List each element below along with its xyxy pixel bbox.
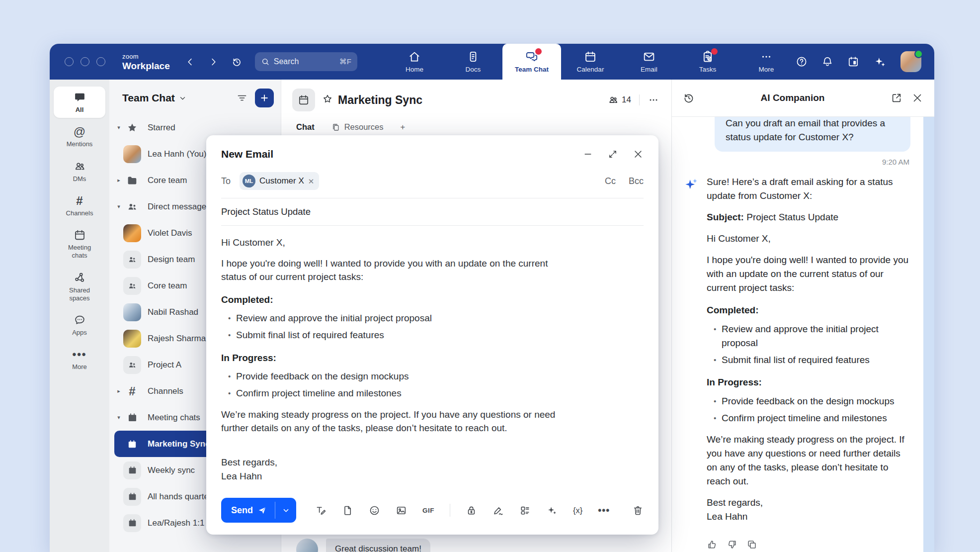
window-zoom-button[interactable] (96, 57, 105, 66)
rail-item-all[interactable]: All (54, 87, 105, 118)
primary-nav-tabs: Home Docs Team Chat Calendar Email (385, 44, 796, 80)
discard-draft-button[interactable] (632, 505, 644, 516)
list-item: Confirm project timeline and milestones (228, 386, 559, 400)
tab-resources[interactable]: Resources (331, 122, 384, 132)
tab-home[interactable]: Home (385, 44, 444, 80)
ai-conversation: Can you draft an email that provides a s… (672, 117, 934, 552)
signature-button[interactable] (492, 505, 504, 516)
text-format-button[interactable] (315, 505, 327, 516)
members-count[interactable]: 14 (608, 94, 631, 105)
window-close-button[interactable] (65, 57, 74, 66)
scrollbar-track[interactable] (923, 117, 934, 552)
rail-item-dms[interactable]: DMs (54, 156, 105, 187)
avatar (123, 303, 141, 321)
template-button[interactable] (519, 505, 531, 516)
group-label: Channels (148, 386, 183, 396)
rail-item-channels[interactable]: # Channels (54, 190, 105, 221)
notifications-bell-icon[interactable] (821, 56, 833, 68)
cc-button[interactable]: Cc (605, 176, 616, 186)
email-body-editor[interactable]: Hi Customer X, I hope you're doing well!… (206, 226, 574, 483)
tab-calendar[interactable]: Calendar (561, 44, 620, 80)
new-chat-button[interactable] (255, 89, 274, 107)
logo-line1: zoom (122, 53, 170, 60)
rail-item-more[interactable]: ••• More (54, 344, 105, 375)
rail-item-meeting-chats[interactable]: Meeting chats (54, 224, 105, 264)
history-icon[interactable] (683, 92, 695, 104)
send-plane-icon (257, 506, 267, 515)
subject-field[interactable]: Project Status Update (206, 198, 658, 225)
email-footer-toolbar: Send GIF (206, 498, 658, 535)
chat-more-icon[interactable] (648, 94, 659, 106)
schedule-icon[interactable] (847, 56, 859, 68)
send-button[interactable]: Send (221, 498, 275, 523)
apps-icon (74, 314, 86, 326)
history-icon[interactable] (232, 57, 242, 67)
tab-tasks[interactable]: Tasks (678, 44, 737, 80)
rail-label-dms: DMs (73, 175, 86, 183)
encrypt-button[interactable] (466, 505, 477, 516)
list-item: Review and approve the initial project p… (714, 322, 909, 350)
attach-file-button[interactable] (342, 505, 353, 516)
expand-icon[interactable] (608, 149, 618, 159)
recipient-chip[interactable]: ML Customer X ✕ (240, 172, 319, 190)
help-icon[interactable] (796, 56, 808, 68)
avatar[interactable] (296, 539, 318, 552)
logo-line2: Workplace (122, 61, 170, 71)
close-icon[interactable] (633, 149, 644, 160)
mentions-icon: @ (74, 125, 85, 138)
tab-resources-label: Resources (344, 122, 384, 132)
user-avatar[interactable] (900, 51, 921, 72)
toolbar-more-button[interactable]: ••• (598, 508, 610, 513)
insert-image-button[interactable] (396, 505, 407, 516)
list-item: Provide feedback on the design mockups (228, 369, 559, 383)
ai-completed-list: Review and approve the initial project p… (707, 322, 909, 367)
tab-team-chat[interactable]: Team Chat (502, 44, 561, 80)
search-icon (261, 57, 270, 66)
minimize-icon[interactable] (583, 149, 593, 159)
caret-right-icon: ▸ (114, 388, 123, 394)
rail-item-mentions[interactable]: @ Mentions (54, 121, 105, 152)
emoji-button[interactable] (369, 505, 380, 516)
ai-compose-button[interactable] (546, 505, 558, 516)
avatar (123, 330, 141, 348)
bcc-button[interactable]: Bcc (629, 176, 644, 186)
plus-icon (259, 93, 269, 103)
gif-button[interactable]: GIF (422, 507, 434, 514)
history-controls (185, 57, 242, 67)
variables-button[interactable]: {x} (573, 506, 582, 515)
tab-chat[interactable]: Chat (296, 122, 315, 132)
thumbs-down-icon[interactable] (727, 539, 737, 550)
tab-add[interactable]: + (401, 122, 406, 132)
forward-icon[interactable] (208, 57, 219, 67)
copy-icon[interactable] (746, 539, 757, 550)
ai-sparkle-icon (684, 176, 700, 192)
rail-item-shared-spaces[interactable]: Shared spaces (54, 267, 105, 307)
thumbs-up-icon[interactable] (707, 539, 718, 550)
calendar-icon (128, 465, 137, 475)
window-minimize-button[interactable] (81, 57, 89, 66)
rail-item-apps[interactable]: Apps (54, 309, 105, 341)
search-input[interactable]: Search ⌘F (255, 52, 357, 71)
remove-recipient-icon[interactable]: ✕ (308, 178, 315, 185)
presence-dot (914, 50, 923, 58)
back-icon[interactable] (185, 57, 195, 67)
to-label: To (221, 176, 231, 186)
chat-label: Rajesh Sharma (148, 334, 206, 344)
tab-tasks-label: Tasks (699, 66, 717, 73)
tab-email[interactable]: Email (620, 44, 678, 80)
chat-label: Lea/Rajesh 1:1 (148, 518, 204, 528)
team-chat-title-dropdown[interactable]: Team Chat (122, 92, 186, 104)
favorite-star-icon[interactable] (322, 93, 333, 106)
ai-feedback-actions (707, 539, 922, 550)
members-count-value: 14 (622, 95, 631, 105)
tab-more[interactable]: More (737, 44, 796, 80)
ai-companion-panel: AI Companion Can you draft an email that… (671, 80, 934, 552)
zoom-workplace-window: zoom Workplace Search ⌘F Home (50, 44, 934, 552)
send-options-button[interactable] (275, 498, 296, 523)
email-intro: I hope you're doing well! I wanted to pr… (221, 257, 559, 283)
close-icon[interactable] (911, 92, 923, 104)
tab-docs[interactable]: Docs (444, 44, 502, 80)
ai-companion-icon[interactable] (873, 55, 887, 69)
open-external-icon[interactable] (891, 92, 902, 104)
filter-icon[interactable] (236, 92, 248, 104)
